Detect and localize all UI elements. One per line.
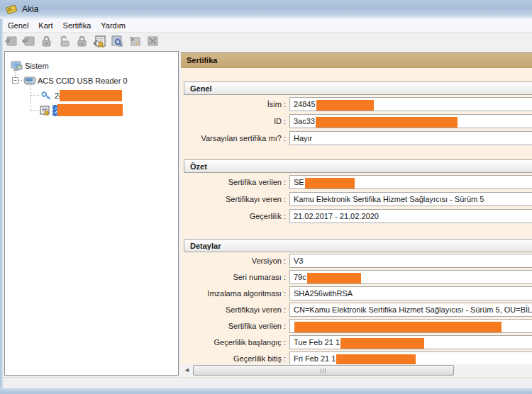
redaction-block [57,104,123,116]
field-row-isim: İsim : 24845 [181,97,532,111]
field-value-box[interactable] [289,319,532,333]
redaction-block [305,178,355,188]
section-header-ozet: Özet [184,159,532,173]
key-icon [40,91,52,101]
field-label: ID : [181,114,286,128]
field-row-gecerlilik-bitis: Geçerlilik bitiş : Fri Feb 21 1 [181,351,532,366]
app-window: Akia Genel Kart Sertifika Yardım [0,0,532,394]
tree-node-reader[interactable]: ACS CCID USB Reader 0 [23,74,128,87]
certificate-icon [39,106,51,116]
computer-icon [11,61,23,72]
lock-pin-icon[interactable] [39,34,54,49]
title-bar[interactable]: Akia [0,0,532,19]
field-value-box[interactable]: Hayır [289,131,532,145]
menu-kart[interactable]: Kart [33,20,57,31]
certificate-details-icon[interactable] [110,34,125,49]
field-value-box[interactable]: Tue Feb 21 1 [289,335,532,349]
toolbar [0,33,532,50]
field-row-sertifika-verilen: Sertifika verilen : SE [181,175,532,189]
redaction-block [60,90,122,101]
field-row-versiyon: Versiyon : V3 [181,254,532,268]
device-tree-panel: Sistem − ACS CCID USB Reader 0 24845 248… [4,51,179,376]
field-label: Imzalama algoritması : [181,286,286,300]
field-value-box[interactable]: CN=Kamu Elektronik Sertifika Hizmet Sağl… [289,303,532,317]
section-header-genel: Genel [184,81,532,95]
field-label: Geçerlilik bitiş : [181,351,286,366]
field-row-gecerlilik: Geçerlilik : 21.02.2017 - 21.02.2020 [181,209,532,223]
menu-yardim[interactable]: Yardım [96,20,131,31]
field-label: Geçerlilik başlangıç : [181,335,286,349]
insert-card-icon[interactable] [4,34,18,49]
field-row-imzalama: Imzalama algoritması : SHA256withRSA [181,286,532,300]
unlock-pin-icon[interactable] [57,34,72,49]
field-value-box[interactable]: 24845 [289,97,532,111]
field-row-gecerlilik-baslangic: Geçerlilik başlangıç : Tue Feb 21 1 [181,335,532,349]
remove-card-icon[interactable] [21,34,36,49]
status-bar [0,377,532,388]
section-header-detaylar: Detaylar [184,239,532,252]
redaction-block [294,322,501,332]
redaction-block [336,354,416,365]
redaction-block [340,338,424,349]
delete-certificate-icon[interactable] [145,34,160,49]
field-row-seri-numarasi: Seri numarası : 79c [181,270,532,284]
field-label: Sertifika verilen : [181,175,286,189]
redaction-block [316,117,458,128]
import-certificate-icon[interactable] [128,34,143,49]
field-label: İsim : [181,97,286,111]
field-value-box[interactable]: Fri Feb 21 1 [289,351,532,366]
field-label: Versiyon : [181,254,286,268]
field-row-id: ID : 3ac33 [181,114,532,128]
scrollbar-thumb[interactable] [193,365,454,376]
app-icon [6,4,18,16]
window-frame-bottom [0,388,532,394]
panel-title: Sertifika [181,52,532,68]
tree-node-label: ACS CCID USB Reader 0 [38,77,128,85]
view-certificate-icon[interactable] [92,34,107,49]
field-value-box[interactable]: 79c [289,270,532,284]
field-value-box[interactable]: 21.02.2017 - 21.02.2020 [289,209,532,223]
scroll-left-arrow-icon[interactable]: ◄ [181,364,193,376]
field-row-sertifika-verilen-detay: Sertifika verilen : [181,319,532,333]
collapse-expander[interactable]: − [12,77,18,84]
certificate-panel: Sertifika Genel İsim : 24845 ID : 3ac33 … [181,52,532,377]
redaction-block [316,100,374,111]
field-label: Seri numarası : [181,270,286,284]
change-pin-icon[interactable] [74,34,89,49]
field-value-box[interactable]: SE [289,175,532,189]
window-frame-left [0,19,3,388]
field-row-sertifikayi-veren: Sertifikayı veren : Kamu Elektronik Sert… [181,192,532,206]
scrollbar-grip-icon [321,368,327,373]
field-value-box[interactable]: SHA256withRSA [289,286,532,300]
card-reader-icon [23,76,35,86]
window-title: Akia [22,4,38,14]
menu-sertifika[interactable]: Sertifika [58,20,96,31]
field-label: Geçerlilik : [181,209,286,223]
horizontal-scrollbar[interactable]: ◄ [181,364,532,376]
field-label: Varsayılan sertifika mı? : [181,131,286,145]
menu-genel[interactable]: Genel [3,20,33,31]
field-row-sertifikayi-veren-detay: Sertifikayı veren : CN=Kamu Elektronik S… [181,303,532,317]
tree-node-system[interactable]: Sistem [11,60,49,72]
field-row-varsayilan: Varsayılan sertifika mı? : Hayır [181,131,532,145]
menu-bar: Genel Kart Sertifika Yardım [0,19,532,33]
tree-node-label: Sistem [25,62,49,70]
field-label: Sertifikayı veren : [181,192,286,206]
field-value-box[interactable]: V3 [289,254,532,268]
redaction-block [307,273,361,283]
field-value-box[interactable]: Kamu Elektronik Sertifika Hizmet Sağlayı… [289,192,532,206]
field-label: Sertifika verilen : [181,319,286,333]
field-label: Sertifikayı veren : [181,303,286,317]
field-value-box[interactable]: 3ac33 [289,114,532,128]
